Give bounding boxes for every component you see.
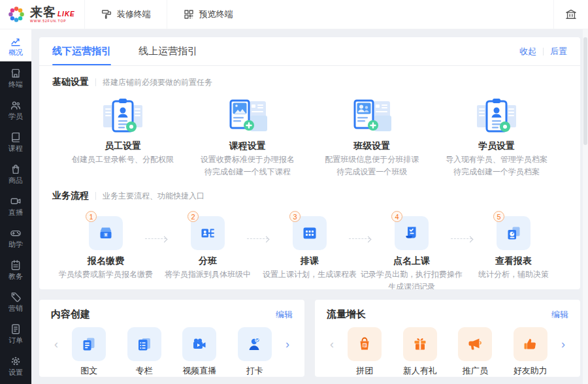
flow-step-roll-call[interactable]: 4 点名上课 记录学员出勤，执行扣费操作 生成课消记录: [376, 211, 447, 289]
decorate-terminal-label: 装修终端: [117, 8, 151, 20]
flow-step-view-reports[interactable]: 5 查看报表 统计分析，辅助决策: [478, 211, 549, 282]
sidebar-item-marketing[interactable]: 营销: [0, 285, 31, 317]
content-item-label: 打卡: [227, 365, 283, 377]
clipboard-person-icon: [99, 97, 146, 135]
flow-section-subtitle: 业务主要流程、功能快捷入口: [103, 191, 204, 202]
basic-item-course-setup[interactable]: 课程设置 设置收费标准便于办理报名 待完成创建一个线下课程: [195, 97, 300, 177]
carousel-prev-icon[interactable]: ‹: [327, 327, 337, 361]
flow-connector-arrow: [247, 238, 268, 239]
step-number-badge: 3: [289, 211, 301, 222]
content-item-check-in[interactable]: 打卡: [227, 327, 283, 377]
content-item-label: 视频直播: [172, 365, 227, 377]
flow-step-desc: 记录学员出勤，执行扣费操作: [354, 270, 469, 280]
flow-step-enroll-pay[interactable]: 1 ¥ 报名缴费 学员续费或新学员报名缴费: [71, 211, 141, 282]
megaphone-icon: [466, 336, 483, 353]
basic-item-desc: 待完成设置一个班级: [300, 167, 444, 177]
sidebar-item-courses[interactable]: 课程: [0, 125, 31, 157]
flow-step-desc: 学员续费或新学员报名缴费: [48, 270, 163, 280]
sidebar-item-goods[interactable]: 商品: [0, 157, 31, 189]
basic-item-title: 班级设置: [319, 140, 424, 152]
carousel-next-icon[interactable]: ›: [558, 327, 568, 361]
sidebar-item-academic[interactable]: 教务: [0, 253, 31, 285]
sidebar-item-students[interactable]: 学员: [0, 93, 31, 125]
svg-text:拼: 拼: [363, 344, 367, 347]
basic-item-staff-setup[interactable]: 员工设置 创建员工登录帐号、分配权限: [71, 97, 175, 177]
logo[interactable]: 来客LIKE WWW.52FUN.TOP: [0, 0, 84, 29]
flow-step-title: 点名上课: [376, 255, 447, 267]
scrollbar[interactable]: [583, 29, 588, 384]
flow-step-schedule[interactable]: 3 排课 设置上课计划，生成课程表: [274, 211, 345, 282]
step-number-badge: 5: [493, 211, 504, 222]
flow-section-title: 业务流程: [52, 190, 89, 202]
basic-items-row: 员工设置 创建员工登录帐号、分配权限: [52, 97, 567, 177]
growth-item-friend-boost[interactable]: 好友助力: [503, 327, 559, 377]
chart-trend-icon: [10, 35, 22, 47]
roll-call-icon: [403, 225, 420, 242]
tab-online-guide[interactable]: 线上运营指引: [139, 37, 197, 65]
carousel-prev-icon[interactable]: ‹: [51, 327, 61, 361]
shopping-bag-icon: [10, 163, 22, 175]
carousel-next-icon[interactable]: ›: [282, 327, 293, 361]
flow-connector-arrow: [349, 238, 370, 239]
cash-register-icon: ¥: [97, 225, 114, 242]
storefront-icon: [564, 8, 578, 21]
preview-terminal-button[interactable]: 预览终端: [167, 0, 249, 29]
flow-step-title: 报名缴费: [71, 255, 141, 267]
divider: [95, 192, 96, 200]
schedule-grid-icon: [301, 225, 318, 242]
growth-card-title: 流量增长: [327, 308, 366, 321]
content-item-article[interactable]: 图文: [61, 327, 117, 377]
video-live-icon: [191, 336, 208, 353]
basic-item-class-setup[interactable]: 班级设置 配置班级信息便于分班排课 待完成设置一个班级: [319, 97, 424, 177]
flow-section-header: 业务流程 业务主要流程、功能快捷入口: [52, 190, 567, 202]
sidebar-item-settings[interactable]: 设置: [0, 349, 31, 381]
tab-offline-guide[interactable]: 线下运营指引: [52, 37, 111, 65]
svg-text:¥: ¥: [105, 232, 107, 237]
paint-roller-icon: [101, 8, 112, 20]
growth-item-group-buy[interactable]: 拼 拼团: [337, 327, 393, 377]
operation-guide-card: 线下运营指引 线上运营指引 收起 后置 基础设置 搭建店铺前必须要做的前置任务: [39, 37, 580, 289]
decorate-terminal-button[interactable]: 装修终端: [84, 0, 167, 29]
content-item-video-live[interactable]: 视频直播: [172, 327, 227, 377]
gamepad-icon: [10, 227, 22, 239]
shop-home-button[interactable]: [553, 0, 588, 29]
scrollbar-thumb[interactable]: [583, 37, 587, 145]
basic-section-title: 基础设置: [52, 76, 89, 88]
students-icon: [10, 99, 22, 111]
content-item-label: 专栏: [117, 365, 172, 377]
content-card-title: 内容创建: [51, 308, 90, 321]
growth-item-newcomer-gift[interactable]: 新人有礼: [393, 327, 448, 377]
flow-step-desc: 生成课消记录: [354, 282, 469, 289]
postpone-link[interactable]: 后置: [550, 46, 567, 57]
sidebar-item-orders[interactable]: 订单: [0, 317, 31, 349]
flow-step-desc: 将学员指派到具体班级中: [150, 270, 265, 280]
basic-item-title: 课程设置: [195, 140, 300, 152]
preview-terminal-label: 预览终端: [199, 8, 233, 20]
step-number-badge: 4: [391, 211, 402, 222]
gift-icon: [412, 336, 429, 353]
main-content: 线下运营指引 线上运营指引 收起 后置 基础设置 搭建店铺前必须要做的前置任务: [31, 29, 588, 384]
basic-item-student-setup[interactable]: 学员设置 导入现有学员、管理学员档案 待完成创建一个学员档案: [444, 97, 549, 177]
edit-growth-link[interactable]: 编辑: [551, 309, 568, 321]
sidebar-item-overview[interactable]: 概况: [0, 29, 31, 61]
basic-item-desc: 配置班级信息便于分班排课: [300, 155, 444, 165]
growth-item-promoter[interactable]: 推广员: [448, 327, 503, 377]
guide-actions: 收起 后置: [519, 46, 567, 57]
content-item-column[interactable]: 专栏: [117, 327, 172, 377]
report-chart-icon: [505, 225, 522, 242]
collapse-link[interactable]: 收起: [519, 46, 536, 57]
growth-item-label: 好友助力: [503, 365, 559, 377]
flow-step-assign-class[interactable]: 2 分班 将学员指派到具体班级中: [172, 211, 243, 282]
basic-section-header: 基础设置 搭建店铺前必须要做的前置任务: [52, 76, 567, 88]
video-camera-icon: [10, 195, 22, 207]
sidebar-item-study-assist[interactable]: 助学: [0, 221, 31, 253]
storefront-icon: [10, 67, 22, 79]
edit-content-link[interactable]: 编辑: [276, 309, 293, 321]
sidebar-item-terminal[interactable]: 终端: [0, 61, 31, 93]
growth-item-label: 新人有礼: [393, 365, 448, 377]
flow-step-desc: 设置上课计划，生成课程表: [252, 270, 367, 280]
basic-item-desc: 导入现有学员、管理学员档案: [425, 155, 568, 165]
step-number-badge: 2: [188, 211, 199, 222]
sidebar-item-live[interactable]: 直播: [0, 189, 31, 221]
flow-step-title: 查看报表: [478, 255, 549, 267]
